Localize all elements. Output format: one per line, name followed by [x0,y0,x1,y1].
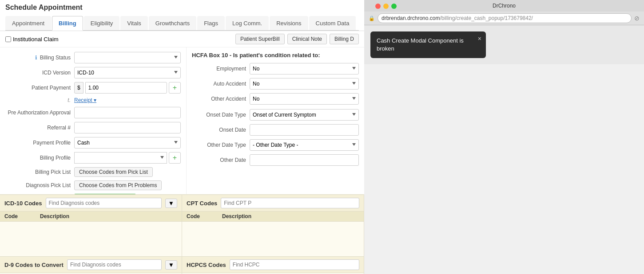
tab-log-comm[interactable]: Log Comm. [226,16,269,30]
icd10-search-button[interactable]: ▼ [165,199,177,208]
icd-version-label: ICD Version [5,70,74,76]
institutional-claim-checkbox[interactable] [5,36,11,42]
right-form: HCFA Box 10 - Is patient's condition rel… [187,47,364,194]
billing-status-select[interactable] [74,52,181,63]
minimize-window-button[interactable] [383,4,389,9]
billing-status-row: ℹ Billing Status [5,52,181,63]
clinical-note-button[interactable]: Clinical Note [287,34,327,44]
error-popup-message: Cash Create Modal Component is broken [377,37,480,53]
icd-version-select[interactable]: ICD-10 [74,67,181,78]
billing-pick-list-label: Billing Pick List [5,169,74,175]
other-date-type-label: Other Date Type [192,142,250,148]
cpt-search-input[interactable] [221,198,359,208]
auto-accident-select[interactable]: No [250,78,359,90]
payment-profile-label: Payment Profile [5,140,74,146]
icd9-codes-panel: D-9 Codes to Convert ▼ [0,257,182,274]
tab-billing[interactable]: Billing [52,16,83,31]
receipt-button[interactable]: Receipt ▾ [74,97,96,103]
tab-eligibility[interactable]: Eligibility [84,16,120,30]
billing-profile-row: Billing Profile + [5,152,181,164]
page-title: Schedule Appointment [5,4,359,14]
institutional-claim-label: Institutional Claim [13,36,59,43]
other-date-input[interactable] [250,154,359,166]
cpt-code-col-header: Code [187,213,222,219]
icd10-desc-col-header: Description [40,213,177,219]
icd9-search-input[interactable] [67,259,162,270]
tab-appointment[interactable]: Appointment [5,16,51,30]
diagnosis-pick-list-button[interactable]: Choose Codes from Pt Problems [74,180,162,190]
institutional-claim-checkbox-label[interactable]: Institutional Claim [5,36,59,43]
icd9-panel-header: D-9 Codes to Convert ▼ [0,257,182,273]
close-window-button[interactable] [375,4,381,9]
payment-profile-row: Payment Profile Cash [5,137,181,149]
payment-profile-select[interactable]: Cash [74,137,181,149]
onset-date-input[interactable] [250,124,359,136]
referral-input[interactable] [74,122,181,133]
browser-chrome: DrChrono 🔒 drbrendan.drchrono.com/billin… [364,0,644,25]
pre-auth-input[interactable] [74,107,181,118]
patient-payment-row: Patient Payment $ + [5,82,181,94]
cpt-panel-title: CPT Codes [187,200,217,207]
cpt-desc-col-header: Description [222,213,359,219]
page-header: Schedule Appointment Appointment Billing… [0,0,364,31]
pre-auth-row: Pre Authorization Approval [5,107,181,118]
tab-growthcharts[interactable]: Growthcharts [149,16,196,30]
billing-d-button[interactable]: Billing D [330,34,359,44]
icd10-code-col-header: Code [4,213,40,219]
onset-date-label: Onset Date [192,127,250,133]
onset-date-type-label: Onset Date Type [192,112,250,118]
referral-row: Referral # [5,122,181,133]
tab-vitals[interactable]: Vitals [120,16,148,30]
icd10-search-input[interactable] [46,198,162,208]
add-payment-button[interactable]: + [169,82,181,94]
url-path: /billing/create_cash_popup/173679842/ [440,15,533,21]
cpt-table-header: Code Description [182,211,364,222]
cpt-panel-header: CPT Codes [182,195,364,211]
billing-pick-list-row: Billing Pick List Choose Codes from Pick… [5,167,181,177]
medical-app-panel: Schedule Appointment Appointment Billing… [0,0,364,274]
billing-profile-label: Billing Profile [5,155,74,161]
icd9-panel-title: D-9 Codes to Convert [4,262,64,268]
receipt-row: t. Receipt ▾ [5,97,181,103]
diagnosis-pick-list-label: Diagnosis Pick List [5,182,74,188]
patient-payment-input[interactable] [85,82,167,94]
onset-date-type-select[interactable]: Onset of Current Symptom [250,109,359,121]
tab-custom-data[interactable]: Custom Data [309,16,356,30]
icd9-search-button[interactable]: ▼ [165,260,177,270]
receipt-caret-icon: ▾ [94,97,96,103]
bottom-code-section-2: D-9 Codes to Convert ▼ HCPCS Codes [0,256,364,274]
onset-date-type-row: Onset Date Type Onset of Current Symptom [192,109,359,121]
maximize-window-button[interactable] [391,4,397,9]
browser-content [364,64,644,274]
traffic-lights [375,4,397,9]
icd-version-row: ICD Version ICD-10 [5,67,181,78]
employment-select[interactable]: No [250,63,359,74]
info-icon: ℹ [35,55,37,61]
billing-pick-list-button[interactable]: Choose Codes from Pick List [74,167,153,177]
tab-flags[interactable]: Flags [197,16,225,30]
other-date-label: Other Date [192,157,250,163]
tabs-container: Appointment Billing Eligibility Vitals G… [5,16,359,31]
browser-panel: DrChrono 🔒 drbrendan.drchrono.com/billin… [364,0,644,274]
tab-revisions[interactable]: Revisions [270,16,308,30]
privacy-icon: ⊘ [634,15,640,22]
error-popup: × Cash Create Modal Component is broken [370,31,486,58]
add-billing-profile-button[interactable]: + [169,152,181,164]
error-popup-close-button[interactable]: × [478,35,481,42]
other-date-row: Other Date [192,154,359,166]
billing-profile-select[interactable] [74,152,167,164]
billing-status-label: ℹ Billing Status [5,55,74,61]
left-form: ℹ Billing Status ICD Version ICD-10 [0,47,187,194]
pre-auth-label: Pre Authorization Approval [5,110,74,116]
auto-accident-label: Auto Accident [192,81,250,87]
url-bar[interactable]: drbrendan.drchrono.com/billing/create_ca… [378,13,632,23]
billing-profile-input-group: + [74,152,181,164]
auto-accident-row: Auto Accident No [192,78,359,90]
hcpcs-search-input[interactable] [230,259,359,270]
other-date-type-select[interactable]: - Other Date Type - [250,139,359,151]
browser-title: DrChrono [493,3,516,9]
diagnosis-pick-list-row: Diagnosis Pick List Choose Codes from Pt… [5,180,181,190]
action-buttons-row: Institutional Claim Patient SuperBill Cl… [0,31,364,47]
other-accident-select[interactable]: No [250,93,359,105]
patient-superbill-button[interactable]: Patient SuperBill [235,34,285,44]
